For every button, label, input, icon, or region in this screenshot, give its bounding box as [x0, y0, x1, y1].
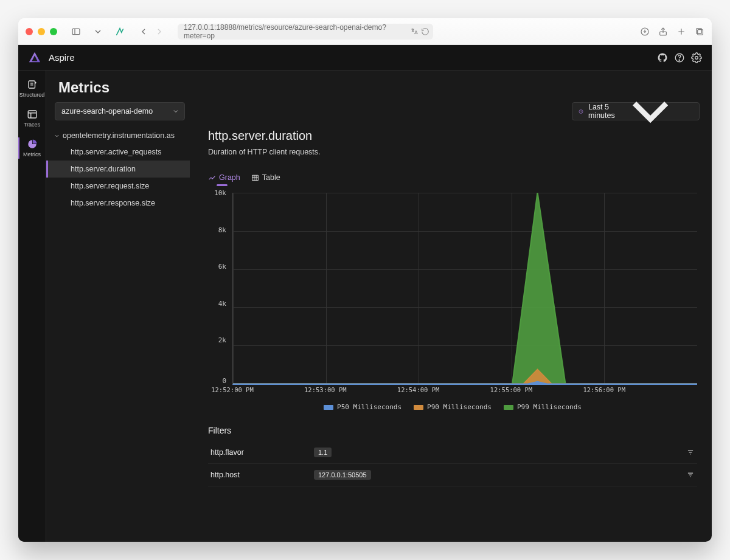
time-range-select[interactable]: Last 5 minutes [572, 102, 700, 120]
chart-area: 10k8k6k4k2k0 12:52:00 PM12:53:00 PM12:54… [208, 193, 697, 399]
filter-value-badge: 1.1 [314, 448, 332, 457]
y-tick-label: 0 [208, 377, 229, 385]
tree-parent[interactable]: opentelemetry.instrumentation.as [46, 128, 190, 143]
filter-row: http.host127.0.0.1:50505 [208, 464, 697, 486]
filter-row: http.flavor1.1 [208, 441, 697, 464]
close-window-button[interactable] [26, 28, 33, 35]
legend-item[interactable]: P90 Milliseconds [414, 403, 492, 411]
browser-window: 127.0.0.1:18888/metrics/resource/azure-s… [18, 18, 712, 542]
metric-description: Duration of HTTP client requests. [208, 148, 697, 156]
chevron-down-icon [54, 133, 60, 139]
filter-key: http.host [210, 471, 314, 479]
x-tick-label: 12:52:00 PM [211, 386, 254, 393]
svg-rect-20 [252, 175, 258, 181]
back-button[interactable] [139, 27, 148, 36]
tree-item[interactable]: http.server.request.size [46, 178, 190, 195]
tabs-overview-icon[interactable] [695, 27, 704, 36]
legend-swatch [324, 405, 333, 410]
chart-legend: P50 MillisecondsP90 MillisecondsP99 Mill… [208, 403, 697, 411]
legend-label: P50 Milliseconds [337, 403, 401, 411]
translate-icon[interactable] [410, 27, 419, 36]
page-title: Metrics [46, 71, 712, 102]
svg-rect-7 [697, 28, 702, 33]
tree-item[interactable]: http.server.active_requests [46, 143, 190, 161]
time-range-label: Last 5 minutes [588, 103, 619, 120]
address-bar[interactable]: 127.0.0.1:18888/metrics/resource/azure-s… [178, 24, 433, 40]
legend-item[interactable]: P50 Milliseconds [324, 403, 401, 411]
chart-icon [208, 174, 216, 182]
browser-titlebar: 127.0.0.1:18888/metrics/resource/azure-s… [18, 18, 712, 45]
sidebar-toggle-button[interactable] [68, 26, 84, 38]
tab-label: Graph [219, 173, 240, 182]
site-favicon [112, 26, 128, 38]
legend-swatch [504, 405, 513, 410]
app-header: Aspire [18, 45, 712, 71]
filters-heading: Filters [208, 426, 697, 435]
tab-graph[interactable]: Graph [208, 173, 240, 185]
legend-item[interactable]: P99 Milliseconds [504, 403, 582, 411]
resource-select[interactable]: azure-search-openai-demo [55, 102, 185, 120]
chevron-down-icon [172, 108, 179, 115]
clock-icon [579, 108, 583, 116]
rail-item-metrics[interactable]: Metrics [18, 134, 46, 162]
legend-swatch [414, 405, 423, 410]
rail-item-structured[interactable]: Structured [18, 74, 46, 103]
tab-table[interactable]: Table [251, 173, 280, 185]
x-tick-label: 12:56:00 PM [583, 386, 625, 393]
filter-value-badge: 127.0.0.1:50505 [314, 470, 371, 480]
forward-button[interactable] [155, 27, 164, 36]
x-tick-label: 12:55:00 PM [490, 386, 533, 393]
rail-label: Structured [19, 92, 45, 98]
filter-icon[interactable] [686, 471, 695, 479]
settings-icon[interactable] [691, 52, 702, 63]
y-tick-label: 4k [208, 299, 229, 307]
y-tick-label: 6k [208, 263, 229, 271]
downloads-icon[interactable] [640, 27, 650, 36]
svg-point-12 [695, 56, 698, 59]
aspire-logo [28, 51, 41, 64]
tree-item[interactable]: http.server.response.size [46, 195, 190, 212]
legend-label: P99 Milliseconds [517, 403, 582, 411]
tab-overview-chevron[interactable] [90, 26, 106, 38]
nav-rail: Structured Traces Metrics [18, 71, 46, 542]
svg-rect-6 [698, 29, 703, 35]
reload-icon[interactable] [421, 27, 429, 36]
tree-item[interactable]: http.server.duration [46, 161, 190, 178]
svg-point-11 [679, 60, 680, 60]
y-tick-label: 10k [208, 189, 229, 197]
window-controls [26, 28, 57, 35]
legend-label: P90 Milliseconds [427, 403, 492, 411]
rail-item-traces[interactable]: Traces [18, 104, 46, 133]
metrics-tree: opentelemetry.instrumentation.as http.se… [46, 126, 190, 542]
app-title: Aspire [49, 52, 75, 63]
filter-key: http.flavor [210, 448, 314, 457]
y-tick-label: 8k [208, 226, 229, 233]
table-icon [251, 174, 259, 182]
chevron-down-icon [619, 80, 682, 143]
tab-label: Table [262, 173, 280, 182]
svg-rect-0 [72, 29, 80, 34]
rail-label: Traces [24, 122, 40, 128]
chart-plot[interactable] [232, 193, 697, 385]
share-icon[interactable] [658, 27, 668, 36]
filter-icon[interactable] [686, 448, 695, 457]
svg-rect-16 [28, 111, 36, 118]
github-icon[interactable] [657, 52, 668, 63]
tree-parent-label: opentelemetry.instrumentation.as [63, 131, 175, 140]
new-tab-icon[interactable] [676, 27, 686, 36]
y-tick-label: 2k [208, 336, 229, 344]
rail-label: Metrics [23, 151, 41, 157]
x-tick-label: 12:53:00 PM [304, 386, 347, 393]
aspire-app: Aspire Structured Traces Metrics [18, 45, 712, 542]
minimize-window-button[interactable] [38, 28, 45, 35]
url-text: 127.0.0.1:18888/metrics/resource/azure-s… [184, 23, 415, 40]
svg-rect-13 [29, 81, 35, 88]
x-tick-label: 12:54:00 PM [397, 386, 440, 393]
resource-selected: azure-search-openai-demo [61, 107, 153, 116]
help-icon[interactable] [674, 52, 685, 63]
zoom-window-button[interactable] [50, 28, 57, 35]
